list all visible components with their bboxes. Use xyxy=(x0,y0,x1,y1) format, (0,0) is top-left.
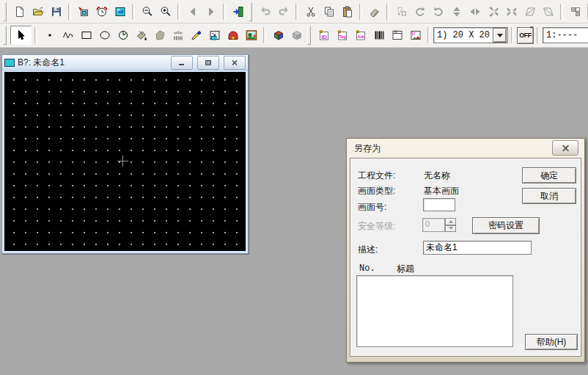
ellipse-icon[interactable] xyxy=(95,26,114,44)
snap-move-icon[interactable] xyxy=(392,3,411,21)
project-file-value: 无名称 xyxy=(424,170,450,182)
list-header-no: No. xyxy=(359,263,375,274)
flip-horizontal-icon[interactable] xyxy=(466,3,484,21)
chevron-down-icon[interactable] xyxy=(493,28,507,43)
polygon-icon[interactable] xyxy=(150,26,169,44)
arch-part-icon[interactable] xyxy=(224,26,242,44)
toolbar-gripper[interactable] xyxy=(249,2,252,21)
polyline-icon[interactable] xyxy=(59,26,77,44)
stepper-down-icon[interactable] xyxy=(445,225,456,233)
drawing-canvas[interactable] xyxy=(4,72,246,251)
barcode-part-icon[interactable] xyxy=(370,26,388,44)
dot-tool-icon[interactable] xyxy=(40,26,59,44)
toolbar-separator xyxy=(560,4,563,20)
app-window: IDTagAdrWU1) 20 X 20OFF1:---- B?: 未命名1 另… xyxy=(0,0,588,375)
stepper-up-icon[interactable] xyxy=(445,218,456,225)
tag-part-icon[interactable]: Tag xyxy=(333,26,351,44)
adr-part-icon[interactable]: Adr xyxy=(351,26,370,44)
svg-text:Adr: Adr xyxy=(357,34,365,39)
toolbar-drawing: IDTagAdrWU1) 20 X 20OFF1:---- xyxy=(0,23,588,48)
screen-frame-icon[interactable] xyxy=(205,26,224,44)
cancel-button[interactable]: 取消 xyxy=(522,188,576,204)
child-window-titlebar[interactable]: B?: 未命名1 xyxy=(2,55,248,70)
screen-type-label: 画面类型: xyxy=(358,185,395,197)
close-dialog-icon[interactable] xyxy=(552,140,578,156)
cut-icon[interactable] xyxy=(301,3,320,21)
grid-size-select[interactable]: 1) 20 X 20 xyxy=(433,27,508,43)
toolbar-separator xyxy=(177,4,180,20)
toolbar-gripper[interactable] xyxy=(3,26,7,45)
undo-icon[interactable] xyxy=(256,3,274,21)
password-settings-button[interactable]: 密码设置 xyxy=(472,217,540,234)
screen-document-icon xyxy=(4,59,15,67)
rotate-right-icon[interactable] xyxy=(429,3,447,21)
zoom-in-icon[interactable] xyxy=(156,3,174,21)
rotate-left-icon[interactable] xyxy=(411,3,429,21)
screen-editor-window: B?: 未命名1 xyxy=(1,54,249,254)
new-file-icon[interactable] xyxy=(10,3,29,21)
next-screen-icon[interactable] xyxy=(202,3,220,21)
toolbar-separator xyxy=(132,4,135,20)
pointer-icon[interactable] xyxy=(10,26,32,45)
open-folder-icon[interactable] xyxy=(29,3,47,21)
eraser-icon[interactable] xyxy=(365,3,383,21)
window-w-part-icon[interactable]: W xyxy=(388,26,406,44)
security-level-label: 安全等级: xyxy=(358,220,395,233)
state-select[interactable]: 1:---- xyxy=(543,27,588,43)
zoom-out-icon[interactable] xyxy=(138,3,156,21)
toolbar-separator xyxy=(263,27,266,43)
marker-pen-icon[interactable] xyxy=(187,26,205,44)
rectangle-icon[interactable] xyxy=(77,26,95,44)
skew-left-icon[interactable] xyxy=(521,3,539,21)
security-level-stepper: 0 xyxy=(422,218,456,232)
toolbar-standard xyxy=(0,0,588,23)
dialog-body: 工程文件: 无名称 画面类型: 基本画面 画面号: 安全等级: 0 密码设置 描… xyxy=(350,158,581,357)
prev-screen-icon[interactable] xyxy=(183,3,202,21)
paste-icon[interactable] xyxy=(338,3,356,21)
list-header-title: 标题 xyxy=(397,263,414,275)
window-u-part-icon[interactable]: U xyxy=(406,26,425,44)
screen-number-input[interactable] xyxy=(423,198,455,211)
flip-vertical-icon[interactable] xyxy=(447,3,466,21)
group-objects-icon[interactable] xyxy=(566,3,584,21)
toolbar-gripper[interactable] xyxy=(3,2,7,21)
toolbar-separator xyxy=(68,4,71,20)
id-part-icon[interactable]: ID xyxy=(315,26,333,44)
minimize-button[interactable] xyxy=(171,56,193,70)
download-screen-icon[interactable] xyxy=(74,3,92,21)
description-label: 描述: xyxy=(358,244,378,256)
enlarge-icon[interactable] xyxy=(502,3,521,21)
screen-list[interactable] xyxy=(356,275,513,347)
skew-right-icon[interactable] xyxy=(539,3,557,21)
canvas-center-marker xyxy=(117,156,128,167)
help-button[interactable]: 帮助(H) xyxy=(525,334,578,350)
toolbar-separator xyxy=(386,4,389,20)
on-off-preview-toggle[interactable]: OFF xyxy=(517,27,534,44)
save-as-dialog: 另存为 工程文件: 无名称 画面类型: 基本画面 画面号: 安全等级: 0 密码… xyxy=(346,138,585,363)
ok-button[interactable]: 确定 xyxy=(522,167,576,183)
svg-text:Tag: Tag xyxy=(339,34,346,39)
pie-icon[interactable] xyxy=(114,26,132,44)
box-3d-gray-icon[interactable] xyxy=(287,26,306,44)
description-input[interactable] xyxy=(423,241,532,255)
project-file-label: 工程文件: xyxy=(358,170,395,182)
alarm-clock-icon[interactable] xyxy=(92,3,111,21)
redo-icon[interactable] xyxy=(274,3,293,21)
dialog-titlebar[interactable]: 另存为 xyxy=(350,139,581,158)
restore-button[interactable] xyxy=(197,56,219,70)
spray-icon[interactable] xyxy=(169,26,187,44)
copy-icon[interactable] xyxy=(320,3,338,21)
exit-app-icon[interactable] xyxy=(229,3,247,21)
image-part-icon[interactable] xyxy=(242,26,260,44)
fill-bucket-icon[interactable] xyxy=(132,26,150,44)
image-transfer-icon[interactable] xyxy=(111,3,129,21)
screen-number-label: 画面号: xyxy=(358,201,386,214)
toolbar-separator xyxy=(511,27,514,43)
toolbar-gripper[interactable] xyxy=(307,26,311,45)
close-window-icon[interactable] xyxy=(224,56,246,70)
state-select-value: 1:---- xyxy=(543,30,588,40)
toolbar-separator xyxy=(537,27,540,43)
box-3d-icon[interactable] xyxy=(269,26,287,44)
shrink-icon[interactable] xyxy=(484,3,502,21)
save-icon[interactable] xyxy=(47,3,65,21)
